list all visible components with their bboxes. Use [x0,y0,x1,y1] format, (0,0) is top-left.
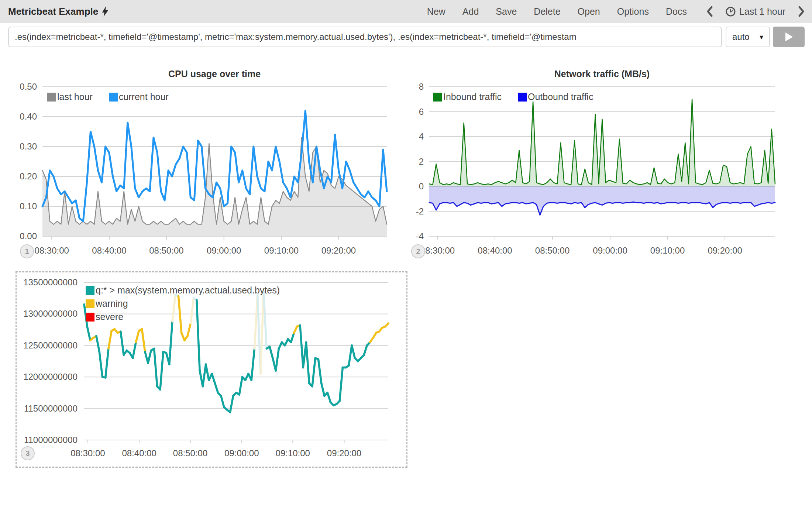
interval-value: auto [732,32,750,42]
chart-index-badge: 2 [411,244,425,258]
nav-item-new[interactable]: New [427,6,445,17]
x-axis-label: 09:00:00 [195,245,254,256]
x-axis-label: 08:30:00 [58,448,117,459]
series-segment [364,346,367,355]
chart-index-badge: 1 [20,244,34,258]
nav-item-delete[interactable]: Delete [534,6,560,17]
series-segment [99,352,102,377]
y-axis-label: 12000000000 [19,371,78,382]
x-axis-label: 08:40:00 [80,245,139,256]
series-segment [87,327,90,341]
y-axis-label: 6 [398,106,424,117]
y-axis-label: 13000000000 [19,308,78,319]
y-axis-label: -2 [398,206,424,217]
series-segment [276,348,279,371]
clock-icon [726,7,736,17]
legend-label: Inbound traffic [443,92,502,102]
series-area [429,186,775,215]
series-segment [291,333,294,343]
series-segment [318,359,321,383]
y-axis-label: 0.40 [0,111,37,122]
series-segment [294,327,297,333]
series-segment [215,383,218,393]
x-axis-label: 09:20:00 [309,245,368,256]
x-axis-label: 09:20:00 [695,245,754,256]
legend-swatch [47,93,56,102]
nav-item-add[interactable]: Add [462,6,479,17]
legend-swatch [86,313,94,322]
nav-item-docs[interactable]: Docs [666,6,687,17]
series-segment [212,374,215,384]
y-axis-label: 0 [398,181,424,192]
top-navbar: Metricbeat Example NewAddSaveDeleteOpenO… [0,0,812,23]
series-segment [321,383,324,396]
series-segment [385,323,388,327]
y-axis-label: 0.30 [0,141,37,152]
chart-legend: Inbound trafficOutbound traffic [433,92,593,102]
legend-label: Outbound traffic [528,92,593,102]
series-segment [300,325,303,367]
series-segment [142,329,145,351]
series-segment [352,346,355,358]
series-segment [96,336,99,352]
nav-item-save[interactable]: Save [496,6,517,17]
x-axis-label: 09:10:00 [638,245,697,256]
legend-swatch [109,93,118,102]
chart-index-badge: 3 [21,446,35,460]
x-axis-label: 08:40:00 [110,448,169,459]
y-axis-label: 4 [398,131,424,142]
legend-swatch [86,299,94,308]
time-forward-button[interactable] [798,6,805,17]
legend-label: current hour [119,92,169,102]
y-axis-label: 0.20 [0,171,37,182]
series-segment [160,352,163,389]
series-segment [340,368,343,401]
play-icon [785,32,793,42]
legend-item: Inbound traffic [433,92,502,102]
series-segment [251,348,254,380]
x-axis-label: 09:00:00 [212,448,271,459]
nav-item-open[interactable]: Open [578,6,600,17]
legend-swatch [86,286,94,295]
interval-select[interactable]: auto ▾ [726,27,770,47]
navbar-menu: NewAddSaveDeleteOpenOptionsDocs [419,6,695,17]
run-query-button[interactable] [773,27,805,47]
chevron-right-icon [798,6,805,17]
series-area [429,99,775,186]
y-axis-label: 0.10 [0,201,37,212]
legend-label: severe [96,312,123,322]
series-segment [239,377,242,395]
chevron-left-icon [706,6,713,17]
series-segment [121,331,124,355]
app-title-text: Metricbeat Example [8,6,98,17]
series-segment [136,331,139,343]
chart-legend: q:* > max(system.memory.actual.used.byte… [86,285,280,322]
legend-label: last hour [57,92,93,102]
app-title: Metricbeat Example [8,6,109,17]
lightning-bolt-icon [102,6,109,17]
y-axis-label: 11500000000 [19,403,78,414]
time-picker: Last 1 hour [706,6,805,17]
y-axis-label: 0.00 [0,231,37,242]
series-segment [206,364,209,380]
time-range-picker[interactable]: Last 1 hour [726,6,785,17]
y-axis-label: 0.50 [0,81,37,92]
legend-item: last hour [47,92,93,102]
time-back-button[interactable] [706,6,713,17]
legend-item: Outbound traffic [518,92,593,102]
time-range-label: Last 1 hour [739,6,785,17]
series-segment [106,348,109,378]
legend-swatch [433,93,442,102]
x-axis-label: 08:40:00 [465,245,524,256]
y-axis-label: 2 [398,156,424,167]
series-segment [169,322,172,364]
y-axis-label: -4 [398,231,424,242]
x-axis-label: 08:50:00 [137,245,196,256]
legend-label: warning [96,298,128,309]
timelion-expression-input[interactable] [8,27,722,47]
series-segment [187,323,190,336]
nav-item-options[interactable]: Options [617,6,649,17]
y-axis-label: 12500000000 [19,340,78,351]
legend-label: q:* > max(system.memory.actual.used.byte… [96,285,280,296]
x-axis-label: 08:50:00 [161,448,220,459]
